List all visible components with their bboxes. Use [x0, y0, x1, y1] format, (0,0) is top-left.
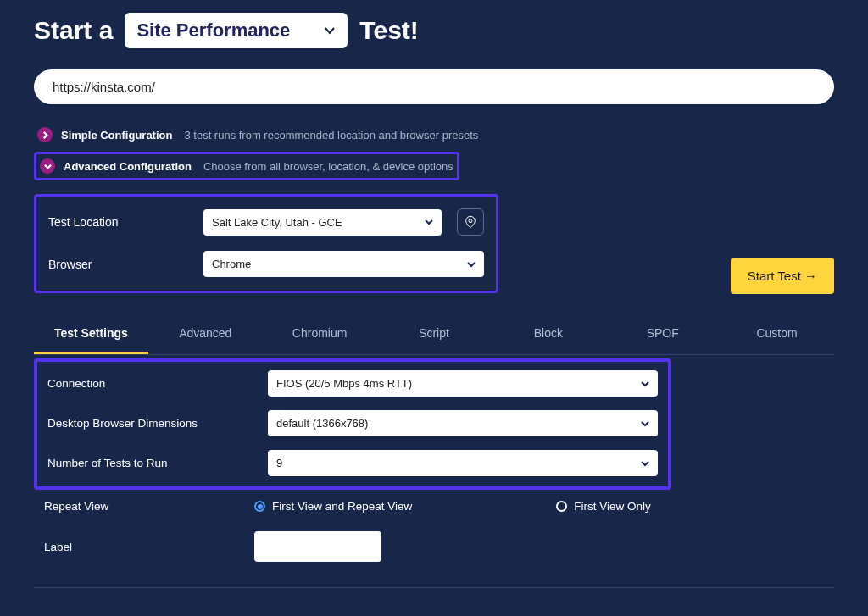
browser-label: Browser: [48, 258, 188, 271]
map-pin-button[interactable]: [457, 208, 484, 236]
chevron-down-icon: [425, 218, 433, 226]
tab-chromium[interactable]: Chromium: [263, 314, 377, 354]
repeat-view-label: Repeat View: [34, 500, 254, 513]
radio-icon: [556, 501, 567, 512]
chevron-right-icon: [37, 127, 53, 142]
test-type-select[interactable]: Site Performance: [125, 13, 348, 48]
tab-spof[interactable]: SPOF: [605, 314, 720, 354]
test-settings-panel: Connection FIOS (20/5 Mbps 4ms RTT) Desk…: [34, 358, 671, 490]
chevron-down-icon: [641, 380, 649, 388]
repeat-option-first-only[interactable]: First View Only: [556, 500, 651, 513]
repeat-option-first-only-label: First View Only: [574, 500, 651, 513]
url-input[interactable]: [34, 69, 834, 104]
dimensions-select[interactable]: default (1366x768): [268, 410, 658, 436]
start-test-button[interactable]: Start Test →: [731, 258, 834, 294]
dimensions-label: Desktop Browser Dimensions: [47, 417, 268, 430]
test-type-value: Site Performance: [136, 19, 290, 42]
tab-block[interactable]: Block: [491, 314, 605, 354]
tab-test-settings[interactable]: Test Settings: [34, 314, 148, 354]
simple-config-desc: 3 test runs from recommended location an…: [184, 129, 478, 142]
tab-advanced[interactable]: Advanced: [148, 314, 263, 354]
simple-config-row[interactable]: Simple Configuration 3 test runs from re…: [34, 123, 834, 147]
repeat-view-row: Repeat View First View and Repeat View F…: [34, 500, 834, 513]
advanced-config-desc: Choose from all browser, location, & dev…: [203, 160, 453, 173]
num-tests-value: 9: [276, 457, 282, 469]
chevron-down-icon: [324, 25, 336, 36]
chevron-down-icon: [641, 459, 649, 468]
num-tests-label: Number of Tests to Run: [47, 457, 268, 469]
header-prefix: Start a: [34, 16, 113, 45]
test-location-label: Test Location: [48, 215, 188, 229]
connection-value: FIOS (20/5 Mbps 4ms RTT): [276, 377, 412, 390]
advanced-config-title: Advanced Configuration: [64, 160, 192, 173]
divider: [34, 587, 834, 588]
map-pin-icon: [464, 215, 477, 229]
tab-custom[interactable]: Custom: [720, 314, 834, 354]
settings-tabs: Test Settings Advanced Chromium Script B…: [34, 314, 834, 355]
connection-label: Connection: [47, 377, 268, 390]
label-input[interactable]: [254, 531, 381, 562]
header-suffix: Test!: [359, 16, 418, 45]
chevron-down-icon: [641, 419, 649, 428]
test-location-value: Salt Lake City, Utah - GCE: [212, 216, 342, 229]
radio-icon: [254, 501, 265, 512]
repeat-option-both[interactable]: First View and Repeat View: [254, 500, 412, 513]
repeat-option-both-label: First View and Repeat View: [272, 500, 412, 513]
tab-script[interactable]: Script: [377, 314, 492, 354]
chevron-down-icon: [467, 260, 476, 269]
test-location-select[interactable]: Salt Lake City, Utah - GCE: [203, 209, 442, 236]
svg-point-0: [469, 219, 472, 223]
label-row: Label: [34, 531, 834, 562]
browser-value: Chrome: [212, 258, 251, 270]
chevron-down-icon: [40, 158, 55, 174]
connection-select[interactable]: FIOS (20/5 Mbps 4ms RTT): [268, 370, 658, 397]
browser-select[interactable]: Chrome: [203, 251, 484, 277]
num-tests-select[interactable]: 9: [268, 450, 658, 476]
label-field-label: Label: [34, 541, 254, 553]
advanced-config-row[interactable]: Advanced Configuration Choose from all b…: [34, 152, 459, 180]
dimensions-value: default (1366x768): [276, 417, 368, 430]
simple-config-title: Simple Configuration: [61, 129, 172, 142]
